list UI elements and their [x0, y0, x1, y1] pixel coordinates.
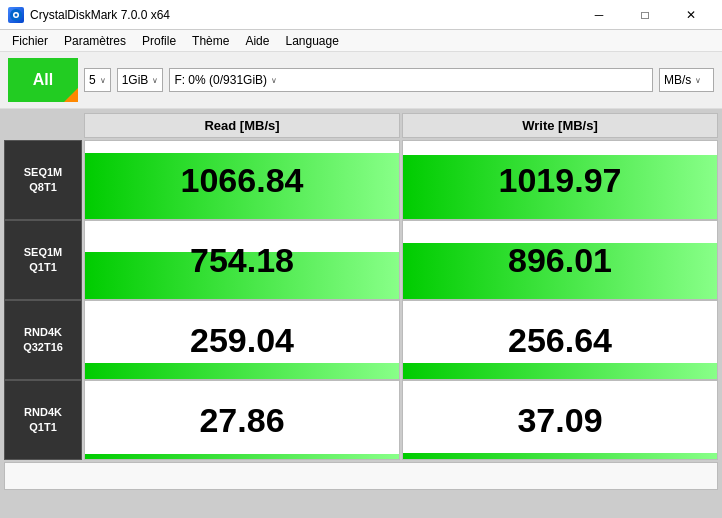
- menu-language[interactable]: Language: [277, 32, 346, 50]
- empty-row: [4, 462, 718, 490]
- menu-profile[interactable]: Profile: [134, 32, 184, 50]
- unit-dropdown[interactable]: MB/s ∨: [659, 68, 714, 92]
- row-label-3: RND4KQ1T1: [4, 380, 82, 460]
- menu-theme[interactable]: Thème: [184, 32, 237, 50]
- size-value: 1GiB: [122, 73, 149, 87]
- read-cell-3: 27.86: [84, 380, 400, 460]
- table-body: SEQ1MQ8T11066.841019.97SEQ1MQ1T1754.1889…: [4, 140, 718, 460]
- close-button[interactable]: ✕: [668, 0, 714, 30]
- count-dropdown[interactable]: 5 ∨: [84, 68, 111, 92]
- menu-bar: Fichier Paramètres Profile Thème Aide La…: [0, 30, 722, 52]
- title-bar: CrystalDiskMark 7.0.0 x64 ─ □ ✕: [0, 0, 722, 30]
- table-row: SEQ1MQ1T1754.18896.01: [4, 220, 718, 300]
- unit-arrow: ∨: [695, 76, 701, 85]
- write-cell-1: 896.01: [402, 220, 718, 300]
- write-cell-3: 37.09: [402, 380, 718, 460]
- write-value-0: 1019.97: [499, 161, 622, 200]
- menu-fichier[interactable]: Fichier: [4, 32, 56, 50]
- read-value-3: 27.86: [199, 401, 284, 440]
- unit-value: MB/s: [664, 73, 691, 87]
- write-header: Write [MB/s]: [402, 113, 718, 138]
- write-cell-0: 1019.97: [402, 140, 718, 220]
- read-header: Read [MB/s]: [84, 113, 400, 138]
- read-value-0: 1066.84: [181, 161, 304, 200]
- row-label-2: RND4KQ32T16: [4, 300, 82, 380]
- toolbar: All 5 ∨ 1GiB ∨ F: 0% (0/931GiB) ∨ MB/s ∨: [0, 52, 722, 109]
- row-label-1: SEQ1MQ1T1: [4, 220, 82, 300]
- menu-parametres[interactable]: Paramètres: [56, 32, 134, 50]
- minimize-button[interactable]: ─: [576, 0, 622, 30]
- maximize-button[interactable]: □: [622, 0, 668, 30]
- app-icon: [8, 7, 24, 23]
- all-button[interactable]: All: [8, 58, 78, 102]
- write-cell-2: 256.64: [402, 300, 718, 380]
- table-header: Read [MB/s] Write [MB/s]: [84, 113, 718, 138]
- app-title: CrystalDiskMark 7.0.0 x64: [30, 8, 576, 22]
- size-arrow: ∨: [152, 76, 158, 85]
- write-value-3: 37.09: [517, 401, 602, 440]
- drive-value: F: 0% (0/931GiB): [174, 73, 267, 87]
- table-row: RND4KQ1T127.8637.09: [4, 380, 718, 460]
- row-label-0: SEQ1MQ8T1: [4, 140, 82, 220]
- drive-dropdown[interactable]: F: 0% (0/931GiB) ∨: [169, 68, 653, 92]
- count-value: 5: [89, 73, 96, 87]
- read-cell-0: 1066.84: [84, 140, 400, 220]
- write-value-1: 896.01: [508, 241, 612, 280]
- drive-arrow: ∨: [271, 76, 277, 85]
- size-dropdown[interactable]: 1GiB ∨: [117, 68, 164, 92]
- count-arrow: ∨: [100, 76, 106, 85]
- table-row: SEQ1MQ8T11066.841019.97: [4, 140, 718, 220]
- write-value-2: 256.64: [508, 321, 612, 360]
- read-cell-1: 754.18: [84, 220, 400, 300]
- main-area: Read [MB/s] Write [MB/s] SEQ1MQ8T11066.8…: [0, 109, 722, 518]
- window-controls: ─ □ ✕: [576, 0, 714, 30]
- read-value-2: 259.04: [190, 321, 294, 360]
- menu-aide[interactable]: Aide: [237, 32, 277, 50]
- table-row: RND4KQ32T16259.04256.64: [4, 300, 718, 380]
- read-value-1: 754.18: [190, 241, 294, 280]
- svg-point-2: [15, 13, 18, 16]
- read-cell-2: 259.04: [84, 300, 400, 380]
